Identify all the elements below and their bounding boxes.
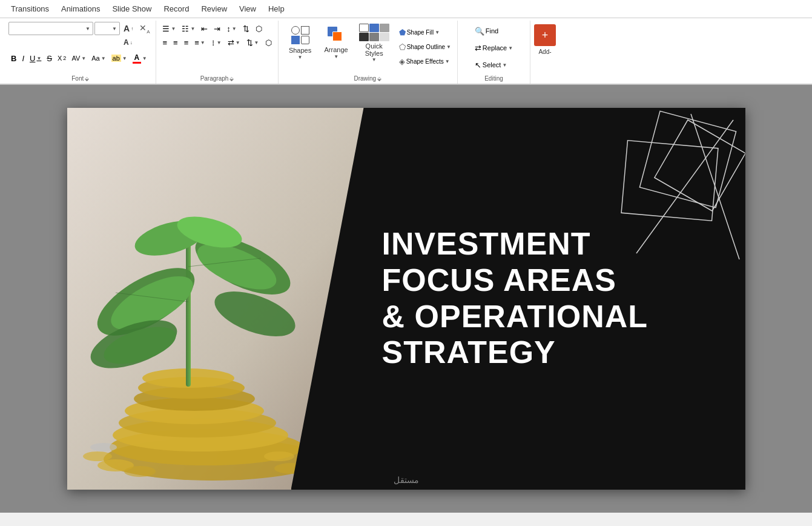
line-spacing-button[interactable]: ↕ ▼ (224, 22, 239, 35)
subscript-button[interactable]: X2 (55, 52, 68, 65)
text-highlight-button[interactable]: ab ▼ (109, 52, 130, 65)
change-case-caret: ▼ (101, 56, 106, 61)
menu-record[interactable]: Record (157, 2, 195, 16)
find-icon: 🔍 (475, 27, 484, 36)
svg-line-34 (636, 120, 733, 253)
smartart-button[interactable]: ⬡ (263, 36, 274, 49)
quick-styles-swatches (359, 24, 389, 41)
font-group: ▼ ▼ A↑ A↓ ✕A B I U ▼ S (5, 21, 156, 84)
svg-point-11 (264, 451, 294, 461)
justify-button[interactable]: ≡ ▼ (192, 36, 208, 49)
shapes-caret: ▼ (298, 55, 303, 60)
replace-caret: ▼ (508, 45, 513, 51)
convert-icon: ⬡ (256, 24, 262, 33)
quick-styles-caret: ▼ (372, 57, 377, 62)
font-name-selector[interactable]: ▼ (8, 22, 93, 35)
ribbon: ▼ ▼ A↑ A↓ ✕A B I U ▼ S (0, 18, 812, 85)
shape-effects-button[interactable]: ◈ Shape Effects ▼ (397, 55, 454, 68)
svg-rect-18 (186, 229, 191, 387)
font-color-bar (133, 62, 141, 64)
strikethrough-button[interactable]: S (44, 52, 54, 65)
select-button[interactable]: ↖ Select ▼ (472, 57, 515, 73)
align-right-button[interactable]: ≡ (182, 36, 191, 49)
find-button[interactable]: 🔍 Find (472, 23, 515, 39)
select-label: Select (483, 61, 501, 68)
justify-icon: ≡ (194, 38, 199, 47)
decrease-font-size-button[interactable]: A↓ (121, 36, 136, 49)
font-dialog-launcher[interactable]: ⬙ (85, 76, 89, 82)
editing-group-content: 🔍 Find ⇄ Replace ▼ ↖ Select ▼ (472, 22, 515, 74)
add-icon: + (542, 29, 549, 42)
shapes-button[interactable]: Shapes ▼ (282, 22, 319, 64)
text-direction-button[interactable]: ⇄ ▼ (225, 36, 243, 49)
swatch-2 (369, 24, 379, 32)
clear-format-button[interactable]: ✕A (137, 22, 152, 35)
menu-animations[interactable]: Animations (55, 2, 106, 16)
font-size-selector[interactable]: ▼ (94, 22, 120, 35)
svg-point-14 (124, 466, 156, 477)
slide-text: INVESTMENT FOCUS AREAS & OPERATIONAL STR… (382, 226, 649, 371)
drawing-dialog-launcher[interactable]: ⬙ (377, 76, 381, 82)
change-case-button[interactable]: Aa ▼ (89, 52, 108, 65)
shape-effects-label: Shape Effects (406, 58, 444, 65)
font-color-button[interactable]: A ▼ (130, 52, 150, 65)
columns-caret: ▼ (217, 40, 222, 45)
add-group: + Add- (530, 21, 559, 84)
quick-styles-button[interactable]: Quick Styles ▼ (354, 22, 394, 64)
main-content: INVESTMENT FOCUS AREAS & OPERATIONAL STR… (0, 85, 812, 513)
replace-icon: ⇄ (475, 44, 481, 53)
highlight-icon: ab (111, 55, 121, 62)
font-group-label: Font ⬙ (8, 74, 152, 84)
sort-button[interactable]: ⇅ (240, 22, 252, 35)
title-line4: STRATEGY (382, 335, 649, 371)
increase-indent-icon: ⇥ (214, 24, 220, 33)
drawing-group: Shapes ▼ Arrange ▼ (279, 21, 458, 84)
underline-caret: ▼ (36, 56, 41, 61)
swatch-6 (380, 33, 389, 41)
select-caret: ▼ (502, 62, 507, 68)
increase-indent-button[interactable]: ⇥ (211, 22, 223, 35)
text-direction-icon: ⇄ (228, 38, 234, 47)
editing-group: 🔍 Find ⇄ Replace ▼ ↖ Select ▼ Editing (458, 21, 530, 84)
numbering-button[interactable]: ☷ ▼ (179, 22, 197, 35)
menu-help[interactable]: Help (262, 2, 291, 16)
font-selector-row: ▼ ▼ A↑ A↓ ✕A (8, 22, 152, 49)
align-center-icon: ≡ (173, 38, 178, 47)
increase-font-size-button[interactable]: A↑ (121, 22, 136, 35)
menu-slideshow[interactable]: Slide Show (106, 2, 157, 16)
menu-view[interactable]: View (233, 2, 262, 16)
italic-button[interactable]: I (19, 52, 27, 65)
underline-button[interactable]: U ▼ (27, 52, 44, 65)
line-spacing-caret: ▼ (232, 26, 237, 32)
align-right-icon: ≡ (184, 38, 189, 47)
paragraph-dialog-launcher[interactable]: ⬙ (229, 76, 234, 82)
align-text-button[interactable]: ⇅ ▼ (244, 36, 262, 49)
slide[interactable]: INVESTMENT FOCUS AREAS & OPERATIONAL STR… (67, 108, 745, 490)
shape-fill-button[interactable]: ⬟ Shape Fill ▼ (397, 25, 454, 39)
add-button-icon[interactable]: + (534, 24, 556, 46)
convert-to-smartart-button[interactable]: ⬡ (253, 22, 265, 35)
replace-button[interactable]: ⇄ Replace ▼ (472, 40, 515, 56)
watermark-text: مستقل (394, 475, 419, 485)
align-center-button[interactable]: ≡ (171, 36, 180, 49)
bullets-button[interactable]: ☰ ▼ (160, 22, 178, 35)
editing-group-label: Editing (461, 74, 526, 84)
decrease-indent-button[interactable]: ⇤ (199, 22, 210, 35)
menu-review[interactable]: Review (195, 2, 233, 16)
arrange-label: Arrange (325, 46, 348, 53)
shape-fill-caret: ▼ (435, 30, 440, 35)
columns-button[interactable]: ⫶ ▼ (209, 36, 224, 49)
char-spacing-button[interactable]: AV ▼ (69, 52, 88, 65)
font-color-icon: A (134, 53, 139, 62)
align-text-caret: ▼ (254, 40, 259, 45)
bold-button[interactable]: B (8, 52, 19, 65)
arrange-button[interactable]: Arrange ▼ (321, 22, 352, 64)
text-direction-caret: ▼ (236, 40, 240, 45)
shape-blue-rect-icon (291, 36, 300, 44)
shape-outline-button[interactable]: ⬠ Shape Outline ▼ (397, 40, 454, 53)
menu-transitions[interactable]: Transitions (5, 2, 55, 16)
align-left-button[interactable]: ≡ (160, 36, 170, 49)
drawing-group-label: Drawing ⬙ (282, 74, 454, 84)
align-left-icon: ≡ (162, 38, 167, 47)
bullets-caret: ▼ (171, 26, 176, 32)
